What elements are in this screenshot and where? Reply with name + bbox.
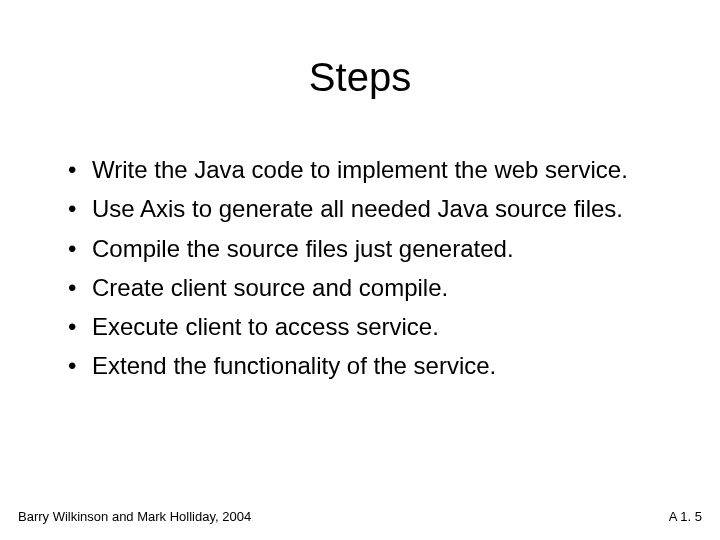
slide-body: Write the Java code to implement the web…	[64, 155, 656, 391]
bullet-item: Write the Java code to implement the web…	[64, 155, 656, 184]
bullet-item: Compile the source files just generated.	[64, 234, 656, 263]
slide-title: Steps	[0, 55, 720, 100]
bullet-list: Write the Java code to implement the web…	[64, 155, 656, 381]
footer-author: Barry Wilkinson and Mark Holliday, 2004	[18, 509, 251, 524]
bullet-item: Execute client to access service.	[64, 312, 656, 341]
footer-page-number: A 1. 5	[669, 509, 702, 524]
bullet-item: Create client source and compile.	[64, 273, 656, 302]
slide: Steps Write the Java code to implement t…	[0, 0, 720, 540]
bullet-item: Extend the functionality of the service.	[64, 351, 656, 380]
bullet-item: Use Axis to generate all needed Java sou…	[64, 194, 656, 223]
